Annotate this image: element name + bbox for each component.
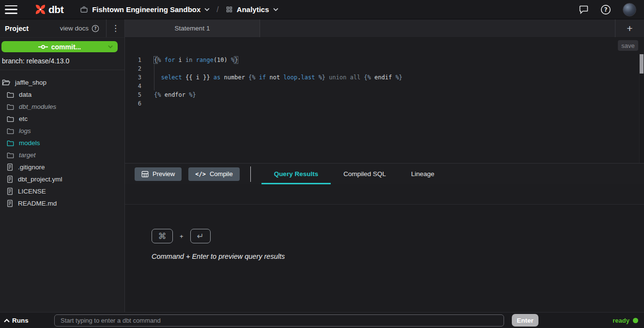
shortcut-keys: ⌘ + ↵ <box>152 229 644 243</box>
tree-item-license[interactable]: LICENSE <box>0 185 124 197</box>
code-line-6[interactable]: 6 <box>125 99 644 108</box>
kebab-icon: ⋮ <box>111 23 120 33</box>
shortcut-hint-text: Command + Enter to preview query results <box>152 253 644 260</box>
editor-pane: Statement 1 + save 1{% for i in range(10… <box>125 19 644 312</box>
file-icon <box>7 188 13 195</box>
dbt-logo: dbt <box>34 3 63 16</box>
chat-icon[interactable] <box>579 4 589 15</box>
sidebar-header: Project view docs ? ⋮ <box>0 19 124 38</box>
help-icon[interactable]: ? <box>600 4 611 15</box>
dbt-cloud-ide: dbt Fishtown Engineering Sandbox / Analy… <box>0 0 644 328</box>
tree-item-label: .gitignore <box>18 164 45 171</box>
account-name: Fishtown Engineering Sandbox <box>92 5 200 14</box>
code-editor[interactable]: 1{% for i in range(10) %}23 select {{ i … <box>125 53 644 163</box>
tree-item-label: models <box>19 139 40 147</box>
enter-button[interactable]: Enter <box>512 314 538 327</box>
tree-item-label: logs <box>19 127 31 134</box>
new-tab-button[interactable]: + <box>615 19 644 37</box>
results-toolbar: Preview </> Compile Query ResultsCompile… <box>125 163 644 184</box>
svg-text:?: ? <box>94 27 97 31</box>
folder-icon <box>7 152 14 159</box>
hamburger-menu-icon[interactable] <box>5 5 17 14</box>
dbt-command-input[interactable] <box>54 314 504 327</box>
tree-item-target[interactable]: target <box>0 149 124 161</box>
grid-icon <box>226 6 233 13</box>
status-label: ready <box>613 317 629 324</box>
compile-button[interactable]: </> Compile <box>188 167 239 181</box>
code-line-content: {% for i in range(10) %} <box>141 56 238 64</box>
bottom-bar: Runs Enter ready <box>0 312 644 328</box>
top-bar: dbt Fishtown Engineering Sandbox / Analy… <box>0 0 644 19</box>
code-line-content: select {{ i }} as number {% if not loop.… <box>141 73 402 82</box>
sidebar-menu-button[interactable]: ⋮ <box>106 19 124 37</box>
results-tab-compiled-sql[interactable]: Compiled SQL <box>331 164 399 184</box>
save-button[interactable]: save <box>618 40 638 51</box>
results-tab-lineage[interactable]: Lineage <box>399 164 447 184</box>
code-line-5[interactable]: 5{% endfor %} <box>125 90 644 99</box>
results-subheader <box>125 184 644 205</box>
folder-icon <box>7 116 14 122</box>
code-line-2[interactable]: 2 <box>125 64 644 73</box>
editor-action-row: save <box>125 38 644 53</box>
tree-item-label: data <box>19 91 31 98</box>
sidebar-title: Project <box>0 19 29 37</box>
editor-tab-bar: Statement 1 + <box>125 19 644 38</box>
tree-item-data[interactable]: data <box>0 89 124 101</box>
status-indicator: ready <box>613 313 638 328</box>
runs-toggle[interactable]: Runs <box>4 313 29 328</box>
commit-button[interactable]: commit... <box>1 41 118 52</box>
results-tabs: Query ResultsCompiled SQLLineage <box>261 164 447 184</box>
status-dot <box>633 318 638 323</box>
code-line-content: {% endfor %} <box>141 90 196 99</box>
preview-button[interactable]: Preview <box>135 167 182 181</box>
question-circle-icon: ? <box>92 25 99 32</box>
tree-item--gitignore[interactable]: .gitignore <box>0 161 124 173</box>
branch-label: branch: release/4.13.0 <box>0 53 124 70</box>
tree-item-label: jaffle_shop <box>15 79 46 86</box>
tree-item-etc[interactable]: etc <box>0 113 124 125</box>
tree-item-logs[interactable]: logs <box>0 125 124 137</box>
runs-label: Runs <box>12 317 29 324</box>
folder-icon <box>7 140 14 147</box>
query-results-panel: ⌘ + ↵ Command + Enter to preview query r… <box>125 205 644 312</box>
tree-item-label: target <box>19 151 36 159</box>
tree-item-dbt-modules[interactable]: dbt_modules <box>0 101 124 113</box>
project-switcher[interactable]: Analytics <box>226 5 278 14</box>
preview-button-label: Preview <box>153 170 175 178</box>
briefcase-icon <box>80 5 88 14</box>
results-tab-query-results[interactable]: Query Results <box>261 164 331 184</box>
breadcrumb-separator: / <box>216 5 218 14</box>
dbt-logo-icon <box>34 3 47 16</box>
tree-item-readme-md[interactable]: README.md <box>0 197 124 209</box>
tree-item-label: dbt_project.yml <box>18 176 62 183</box>
code-line-1[interactable]: 1{% for i in range(10) %} <box>125 56 644 64</box>
tab-label: Statement 1 <box>175 25 210 32</box>
tree-item-dbt-project-yml[interactable]: dbt_project.yml <box>0 173 124 185</box>
view-docs-link[interactable]: view docs ? <box>60 19 106 37</box>
code-line-4[interactable]: 4 <box>125 82 644 90</box>
account-switcher[interactable]: Fishtown Engineering Sandbox <box>80 5 210 14</box>
code-line-content <box>141 82 154 90</box>
chevron-down-icon[interactable] <box>108 45 113 48</box>
folder-open-icon <box>2 79 10 86</box>
return-key-icon: ↵ <box>190 229 211 243</box>
view-docs-label: view docs <box>60 25 89 32</box>
code-line-content <box>141 64 154 73</box>
tab-statement-1[interactable]: Statement 1 <box>125 19 260 37</box>
user-avatar[interactable] <box>623 3 636 16</box>
line-number: 2 <box>125 64 141 73</box>
tree-item-jaffle-shop[interactable]: jaffle_shop <box>0 76 124 89</box>
toolbar-divider <box>250 166 251 182</box>
tree-item-label: dbt_modules <box>19 103 56 110</box>
chevron-down-icon <box>273 8 278 11</box>
dbt-logo-wordmark: dbt <box>48 4 63 15</box>
svg-text:?: ? <box>604 6 608 13</box>
line-number: 5 <box>125 90 141 99</box>
line-number: 3 <box>125 73 141 82</box>
file-icon <box>7 176 13 183</box>
tree-item-models[interactable]: models <box>0 137 124 149</box>
git-commit-icon <box>38 44 48 50</box>
folder-icon <box>7 91 14 98</box>
chevron-up-icon <box>4 319 10 323</box>
code-line-3[interactable]: 3 select {{ i }} as number {% if not loo… <box>125 73 644 82</box>
